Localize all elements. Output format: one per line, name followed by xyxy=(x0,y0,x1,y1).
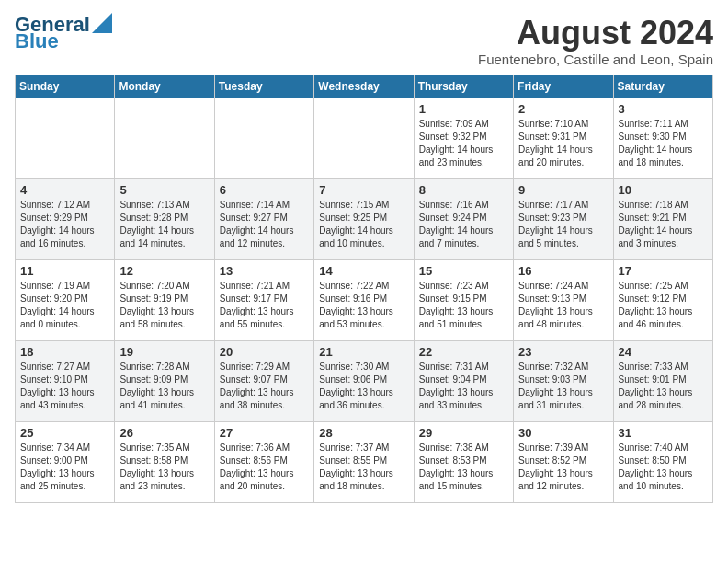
day-number: 22 xyxy=(419,345,508,359)
day-header-tuesday: Tuesday xyxy=(214,75,313,98)
day-number: 9 xyxy=(518,183,608,197)
day-content: Sunrise: 7:18 AM Sunset: 9:21 PM Dayligh… xyxy=(619,199,708,250)
calendar-cell: 24Sunrise: 7:33 AM Sunset: 9:01 PM Dayli… xyxy=(613,340,712,421)
calendar-table: SundayMondayTuesdayWednesdayThursdayFrid… xyxy=(15,75,713,503)
calendar-cell: 4Sunrise: 7:12 AM Sunset: 9:29 PM Daylig… xyxy=(16,178,115,259)
day-content: Sunrise: 7:35 AM Sunset: 8:58 PM Dayligh… xyxy=(119,442,209,493)
day-content: Sunrise: 7:11 AM Sunset: 9:30 PM Dayligh… xyxy=(619,118,708,169)
day-number: 31 xyxy=(619,426,708,440)
day-content: Sunrise: 7:17 AM Sunset: 9:23 PM Dayligh… xyxy=(518,199,608,250)
logo: General Blue xyxy=(15,15,112,52)
day-number: 5 xyxy=(119,183,209,197)
day-number: 28 xyxy=(319,426,408,440)
calendar-cell: 9Sunrise: 7:17 AM Sunset: 9:23 PM Daylig… xyxy=(514,178,613,259)
day-header-friday: Friday xyxy=(514,75,613,98)
calendar-cell: 3Sunrise: 7:11 AM Sunset: 9:30 PM Daylig… xyxy=(613,98,712,178)
day-header-monday: Monday xyxy=(115,75,214,98)
calendar-cell: 26Sunrise: 7:35 AM Sunset: 8:58 PM Dayli… xyxy=(115,421,214,502)
day-content: Sunrise: 7:32 AM Sunset: 9:03 PM Dayligh… xyxy=(518,361,608,412)
day-number: 30 xyxy=(518,426,608,440)
day-number: 13 xyxy=(220,264,309,278)
day-number: 20 xyxy=(220,345,309,359)
day-number: 11 xyxy=(20,264,109,278)
calendar-cell: 2Sunrise: 7:10 AM Sunset: 9:31 PM Daylig… xyxy=(514,98,613,178)
calendar-cell: 19Sunrise: 7:28 AM Sunset: 9:09 PM Dayli… xyxy=(115,340,214,421)
day-number: 4 xyxy=(20,183,109,197)
calendar-cell: 5Sunrise: 7:13 AM Sunset: 9:28 PM Daylig… xyxy=(115,178,214,259)
day-content: Sunrise: 7:28 AM Sunset: 9:09 PM Dayligh… xyxy=(119,361,209,412)
day-content: Sunrise: 7:38 AM Sunset: 8:53 PM Dayligh… xyxy=(419,442,508,493)
day-number: 3 xyxy=(619,102,708,116)
day-number: 7 xyxy=(319,183,408,197)
day-number: 17 xyxy=(619,264,708,278)
location-subtitle: Fuentenebro, Castille and Leon, Spain xyxy=(478,52,713,67)
calendar-cell xyxy=(115,98,214,178)
day-number: 18 xyxy=(20,345,109,359)
day-header-saturday: Saturday xyxy=(613,75,712,98)
day-number: 29 xyxy=(419,426,508,440)
day-content: Sunrise: 7:23 AM Sunset: 9:15 PM Dayligh… xyxy=(419,280,508,331)
day-number: 19 xyxy=(119,345,209,359)
calendar-cell: 28Sunrise: 7:37 AM Sunset: 8:55 PM Dayli… xyxy=(314,421,414,502)
day-content: Sunrise: 7:15 AM Sunset: 9:25 PM Dayligh… xyxy=(319,199,408,250)
logo-icon xyxy=(92,13,112,33)
month-year-title: August 2024 xyxy=(478,15,713,52)
day-number: 2 xyxy=(518,102,608,116)
calendar-week-row: 18Sunrise: 7:27 AM Sunset: 9:10 PM Dayli… xyxy=(16,340,713,421)
calendar-cell: 12Sunrise: 7:20 AM Sunset: 9:19 PM Dayli… xyxy=(115,259,214,340)
logo-blue: Blue xyxy=(15,31,59,52)
day-content: Sunrise: 7:40 AM Sunset: 8:50 PM Dayligh… xyxy=(619,442,708,493)
day-content: Sunrise: 7:09 AM Sunset: 9:32 PM Dayligh… xyxy=(419,118,508,169)
day-content: Sunrise: 7:13 AM Sunset: 9:28 PM Dayligh… xyxy=(119,199,209,250)
day-content: Sunrise: 7:27 AM Sunset: 9:10 PM Dayligh… xyxy=(20,361,109,412)
calendar-cell xyxy=(314,98,414,178)
calendar-header-row: SundayMondayTuesdayWednesdayThursdayFrid… xyxy=(16,75,713,98)
calendar-cell: 8Sunrise: 7:16 AM Sunset: 9:24 PM Daylig… xyxy=(414,178,513,259)
calendar-week-row: 1Sunrise: 7:09 AM Sunset: 9:32 PM Daylig… xyxy=(16,98,713,178)
day-number: 25 xyxy=(20,426,109,440)
calendar-cell xyxy=(16,98,115,178)
calendar-cell: 21Sunrise: 7:30 AM Sunset: 9:06 PM Dayli… xyxy=(314,340,414,421)
day-number: 26 xyxy=(119,426,209,440)
day-content: Sunrise: 7:36 AM Sunset: 8:56 PM Dayligh… xyxy=(220,442,309,493)
calendar-cell: 15Sunrise: 7:23 AM Sunset: 9:15 PM Dayli… xyxy=(414,259,513,340)
day-content: Sunrise: 7:22 AM Sunset: 9:16 PM Dayligh… xyxy=(319,280,408,331)
day-number: 14 xyxy=(319,264,408,278)
calendar-cell: 16Sunrise: 7:24 AM Sunset: 9:13 PM Dayli… xyxy=(514,259,613,340)
title-block: August 2024 Fuentenebro, Castille and Le… xyxy=(478,15,713,67)
day-content: Sunrise: 7:31 AM Sunset: 9:04 PM Dayligh… xyxy=(419,361,508,412)
day-number: 1 xyxy=(419,102,508,116)
day-content: Sunrise: 7:21 AM Sunset: 9:17 PM Dayligh… xyxy=(220,280,309,331)
day-header-thursday: Thursday xyxy=(414,75,513,98)
calendar-cell: 27Sunrise: 7:36 AM Sunset: 8:56 PM Dayli… xyxy=(214,421,313,502)
calendar-cell xyxy=(214,98,313,178)
calendar-cell: 30Sunrise: 7:39 AM Sunset: 8:52 PM Dayli… xyxy=(514,421,613,502)
day-number: 12 xyxy=(119,264,209,278)
day-number: 8 xyxy=(419,183,508,197)
calendar-cell: 17Sunrise: 7:25 AM Sunset: 9:12 PM Dayli… xyxy=(613,259,712,340)
calendar-cell: 20Sunrise: 7:29 AM Sunset: 9:07 PM Dayli… xyxy=(214,340,313,421)
day-content: Sunrise: 7:30 AM Sunset: 9:06 PM Dayligh… xyxy=(319,361,408,412)
calendar-week-row: 11Sunrise: 7:19 AM Sunset: 9:20 PM Dayli… xyxy=(16,259,713,340)
calendar-cell: 1Sunrise: 7:09 AM Sunset: 9:32 PM Daylig… xyxy=(414,98,513,178)
day-number: 6 xyxy=(220,183,309,197)
day-header-wednesday: Wednesday xyxy=(314,75,414,98)
day-number: 15 xyxy=(419,264,508,278)
calendar-cell: 23Sunrise: 7:32 AM Sunset: 9:03 PM Dayli… xyxy=(514,340,613,421)
calendar-cell: 6Sunrise: 7:14 AM Sunset: 9:27 PM Daylig… xyxy=(214,178,313,259)
day-number: 23 xyxy=(518,345,608,359)
day-content: Sunrise: 7:25 AM Sunset: 9:12 PM Dayligh… xyxy=(619,280,708,331)
day-content: Sunrise: 7:19 AM Sunset: 9:20 PM Dayligh… xyxy=(20,280,109,331)
calendar-cell: 7Sunrise: 7:15 AM Sunset: 9:25 PM Daylig… xyxy=(314,178,414,259)
day-number: 24 xyxy=(619,345,708,359)
page-header: General Blue August 2024 Fuentenebro, Ca… xyxy=(15,15,713,67)
day-content: Sunrise: 7:24 AM Sunset: 9:13 PM Dayligh… xyxy=(518,280,608,331)
day-content: Sunrise: 7:37 AM Sunset: 8:55 PM Dayligh… xyxy=(319,442,408,493)
calendar-cell: 25Sunrise: 7:34 AM Sunset: 9:00 PM Dayli… xyxy=(16,421,115,502)
day-number: 10 xyxy=(619,183,708,197)
day-content: Sunrise: 7:29 AM Sunset: 9:07 PM Dayligh… xyxy=(220,361,309,412)
calendar-cell: 31Sunrise: 7:40 AM Sunset: 8:50 PM Dayli… xyxy=(613,421,712,502)
day-content: Sunrise: 7:20 AM Sunset: 9:19 PM Dayligh… xyxy=(119,280,209,331)
calendar-cell: 29Sunrise: 7:38 AM Sunset: 8:53 PM Dayli… xyxy=(414,421,513,502)
calendar-cell: 22Sunrise: 7:31 AM Sunset: 9:04 PM Dayli… xyxy=(414,340,513,421)
